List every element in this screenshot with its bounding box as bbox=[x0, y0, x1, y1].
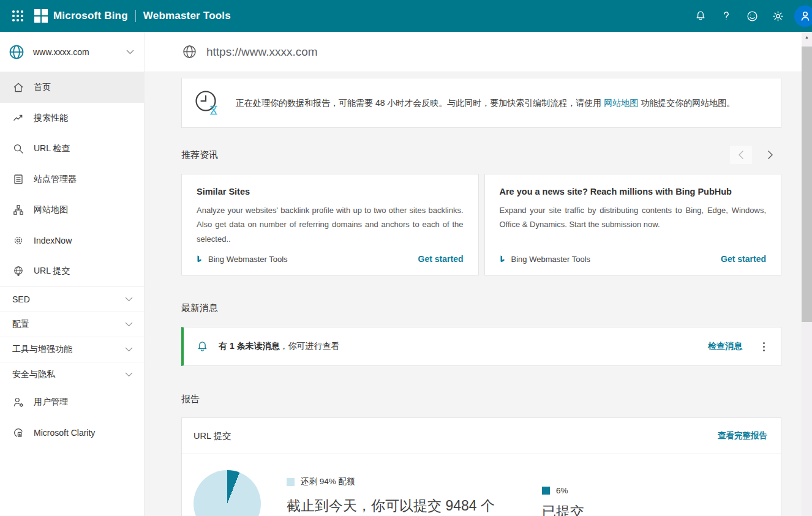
get-started-link[interactable]: Get started bbox=[721, 254, 766, 264]
sidebar-item-user-management[interactable]: 用户管理 bbox=[0, 387, 144, 417]
sidebar-item-label: 搜索性能 bbox=[34, 113, 68, 124]
sidebar-section-sed[interactable]: SED bbox=[0, 286, 144, 312]
chevron-down-icon bbox=[125, 322, 133, 327]
recommendation-card-pubhub: Are you a news site? Reach millions with… bbox=[484, 174, 782, 275]
sitemap-icon bbox=[12, 204, 24, 216]
check-messages-link[interactable]: 检查消息 bbox=[708, 341, 742, 352]
legend-remaining-label: 还剩 94% 配额 bbox=[301, 476, 355, 487]
url-submission-report-card: URL 提交 查看完整报告 还剩 94% 配额 截止到今天，你可以提交 9484… bbox=[181, 417, 781, 516]
sidebar-item-label: 首页 bbox=[34, 82, 51, 93]
legend-remaining-label-row: 还剩 94% 配额 bbox=[287, 476, 527, 487]
sidebar-item-home[interactable]: 首页 bbox=[0, 72, 144, 103]
home-icon bbox=[12, 81, 24, 94]
sidebar-item-search-performance[interactable]: 搜索性能 bbox=[0, 103, 144, 133]
sidebar-item-label: URL 提交 bbox=[34, 266, 70, 277]
brand-name: Microsoft Bing bbox=[53, 10, 128, 22]
indexnow-gear-icon bbox=[12, 234, 24, 247]
notifications-button[interactable] bbox=[688, 0, 713, 32]
report-card-title: URL 提交 bbox=[194, 430, 231, 442]
bing-logo-icon bbox=[197, 255, 203, 263]
sitemap-link[interactable]: 网站地图 bbox=[604, 98, 638, 108]
kebab-icon bbox=[763, 342, 765, 344]
card-footer: Bing Webmaster Tools Get started bbox=[197, 246, 464, 264]
feedback-button[interactable] bbox=[739, 0, 765, 32]
legend-remaining: 还剩 94% 配额 截止到今天，你可以提交 9484 个 URL bbox=[287, 476, 527, 516]
sidebar-section-configuration[interactable]: 配置 bbox=[0, 312, 144, 337]
sidebar-item-label: IndexNow bbox=[34, 236, 72, 245]
waffle-icon bbox=[12, 10, 23, 21]
help-button[interactable] bbox=[713, 0, 739, 32]
get-started-link[interactable]: Get started bbox=[418, 254, 464, 264]
trending-up-icon bbox=[12, 112, 24, 124]
submitted-text: 已提交 bbox=[542, 501, 584, 516]
recommended-cards: Similar Sites Analyze your websites' bac… bbox=[181, 174, 781, 275]
view-full-report-link[interactable]: 查看完整报告 bbox=[718, 430, 767, 441]
sidebar-section-label: 安全与隐私 bbox=[12, 369, 55, 380]
bing-logo-icon bbox=[500, 255, 506, 263]
vertical-scrollbar[interactable]: ▲ bbox=[802, 32, 812, 516]
person-icon bbox=[799, 10, 811, 22]
legend-submitted-pct: 6% bbox=[556, 486, 568, 495]
sidebar-section-label: SED bbox=[12, 294, 30, 304]
legend-swatch-remaining bbox=[287, 478, 295, 486]
card-footer: Bing Webmaster Tools Get started bbox=[500, 246, 767, 264]
clarity-icon bbox=[12, 427, 24, 439]
quota-pie-chart bbox=[194, 470, 261, 516]
gear-icon bbox=[772, 10, 784, 23]
user-gear-icon bbox=[12, 396, 24, 408]
sidebar-item-indexnow[interactable]: IndexNow bbox=[0, 225, 144, 256]
messages-heading-row: 最新消息 bbox=[181, 301, 781, 315]
processing-notice-text: 正在处理你的数据和报告，可能需要 48 小时才会反映。与此同时，要加快索引编制流… bbox=[236, 96, 735, 110]
sidebar-item-url-submission[interactable]: URL 提交 bbox=[0, 256, 144, 286]
chevron-down-icon bbox=[125, 297, 133, 302]
sidebar-section-tools[interactable]: 工具与增强功能 bbox=[0, 337, 144, 362]
recommended-heading: 推荐资讯 bbox=[181, 149, 218, 161]
chevron-down-icon bbox=[125, 347, 133, 352]
site-header: https://www.xxxx.com bbox=[145, 32, 812, 72]
carousel-next-button[interactable] bbox=[759, 146, 781, 164]
chevron-left-icon bbox=[738, 150, 744, 160]
sidebar-section-label: 配置 bbox=[12, 319, 29, 330]
card-source: Bing Webmaster Tools bbox=[197, 255, 288, 264]
account-button[interactable] bbox=[794, 6, 812, 27]
sidebar-item-label: 站点管理器 bbox=[34, 174, 77, 185]
scroll-up-arrow[interactable]: ▲ bbox=[802, 32, 812, 42]
sidebar-section-security[interactable]: 安全与隐私 bbox=[0, 362, 144, 387]
unread-message-text: 有 1 条未读消息，你可进行查看 bbox=[219, 341, 340, 352]
sidebar-nav: 首页 搜索性能 URL 检查 站点管理器 网站地图 IndexNow URL 提… bbox=[0, 72, 144, 448]
card-body: Analyze your websites' backlink profile … bbox=[197, 203, 464, 246]
report-card-body: 还剩 94% 配额 截止到今天，你可以提交 9484 个 URL 6% 已提交 bbox=[182, 454, 781, 516]
url-submit-globe-icon bbox=[12, 265, 24, 277]
globe-icon bbox=[181, 43, 198, 60]
processing-notice-card: 正在处理你的数据和报告，可能需要 48 小时才会反映。与此同时，要加快索引编制流… bbox=[181, 78, 781, 128]
chevron-down-icon bbox=[126, 50, 134, 54]
product-name: Webmaster Tools bbox=[143, 10, 231, 22]
site-selector[interactable]: www.xxxx.com bbox=[0, 32, 144, 72]
sidebar-item-sitemaps[interactable]: 网站地图 bbox=[0, 195, 144, 225]
carousel-prev-button[interactable] bbox=[730, 146, 752, 164]
reports-heading: 报告 bbox=[181, 394, 200, 405]
chevron-down-icon bbox=[125, 372, 133, 377]
dashboard: 正在处理你的数据和报告，可能需要 48 小时才会反映。与此同时，要加快索引编制流… bbox=[145, 72, 812, 516]
site-selector-label: www.xxxx.com bbox=[33, 47, 89, 57]
app-launcher-button[interactable] bbox=[5, 0, 31, 32]
more-options-button[interactable] bbox=[761, 340, 767, 354]
help-icon bbox=[720, 10, 732, 22]
sidebar-item-url-inspection[interactable]: URL 检查 bbox=[0, 133, 144, 164]
sidebar-item-microsoft-clarity[interactable]: Microsoft Clarity bbox=[0, 417, 144, 448]
card-body: Expand your site traffic by distributing… bbox=[500, 203, 767, 232]
settings-button[interactable] bbox=[765, 0, 791, 32]
unread-message-card: 有 1 条未读消息，你可进行查看 检查消息 bbox=[181, 327, 781, 366]
legend-submitted-label-row: 6% bbox=[542, 486, 584, 495]
scrollbar-thumb[interactable] bbox=[802, 47, 812, 322]
microsoft-logo-icon bbox=[34, 9, 48, 23]
recommendation-card-similar-sites: Similar Sites Analyze your websites' bac… bbox=[181, 174, 479, 275]
topbar: Microsoft Bing Webmaster Tools bbox=[0, 0, 812, 32]
sidebar-item-label: 网站地图 bbox=[34, 204, 68, 215]
sidebar-item-label: Microsoft Clarity bbox=[34, 428, 95, 438]
sidebar-item-site-explorer[interactable]: 站点管理器 bbox=[0, 164, 144, 195]
reports-heading-row: 报告 bbox=[181, 392, 781, 406]
brand-home-link[interactable]: Microsoft Bing bbox=[34, 9, 128, 23]
main-content: https://www.xxxx.com 正在处理你的数据和报告，可能需要 48… bbox=[145, 32, 812, 516]
card-title: Similar Sites bbox=[197, 187, 464, 196]
